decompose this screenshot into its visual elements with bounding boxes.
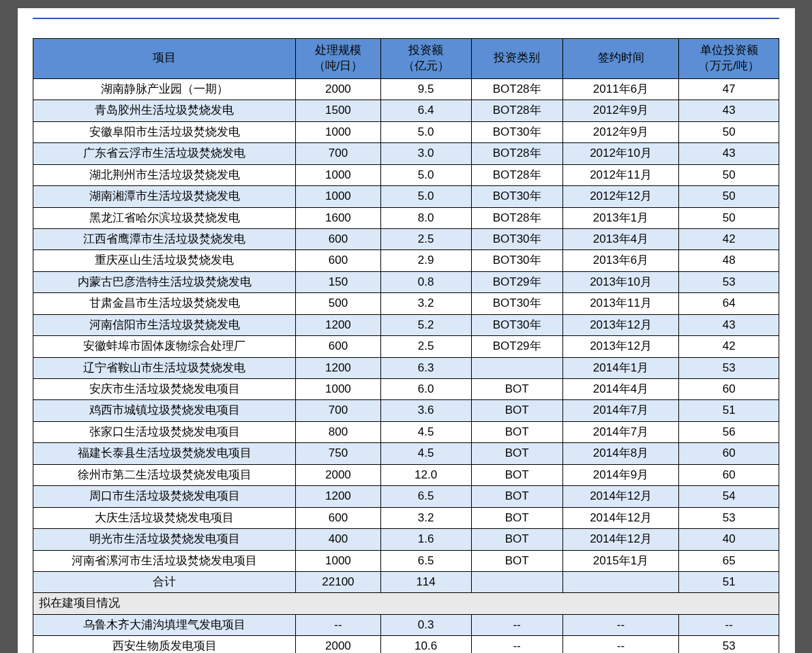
cell: -- (471, 636, 562, 653)
cell: 2.5 (380, 228, 471, 249)
cell: 48 (679, 250, 779, 271)
cell: -- (562, 614, 679, 635)
col-unit-l1: 单位投资额 (700, 44, 758, 57)
cell: BOT30年 (471, 121, 562, 142)
cell: 5.0 (380, 186, 471, 207)
cell: 150 (296, 271, 380, 292)
cell: BOT29年 (471, 271, 562, 292)
cell: 2011年6月 (562, 78, 679, 100)
cell: BOT (471, 464, 562, 485)
table-row: 周口市生活垃圾焚烧发电项目12006.5BOT2014年12月54 (33, 486, 779, 507)
cell: BOT28年 (471, 143, 562, 164)
cell: 4.5 (380, 421, 471, 442)
table-row: 湖北荆州市生活垃圾焚烧发电10005.0BOT28年2012年11月50 (33, 164, 779, 185)
cell: 周口市生活垃圾焚烧发电项目 (33, 486, 296, 507)
cell: 43 (679, 100, 779, 121)
col-investment-l1: 投资额 (408, 44, 443, 57)
cell: BOT28年 (471, 78, 562, 100)
cell: 43 (679, 314, 779, 335)
cell: 鸡西市城镇垃圾焚烧发电项目 (33, 400, 296, 421)
col-unit-l2: （万元/吨） (698, 59, 760, 72)
cell: BOT30年 (471, 293, 562, 314)
cell (471, 357, 562, 378)
cell: BOT (471, 443, 562, 464)
cell: 114 (380, 571, 471, 592)
cell: BOT30年 (471, 228, 562, 249)
cell: 42 (679, 336, 779, 357)
cell: 安徽蚌埠市固体废物综合处理厂 (33, 336, 296, 357)
cell: 600 (296, 336, 380, 357)
cell: BOT30年 (471, 186, 562, 207)
cell: 2012年11月 (562, 164, 679, 185)
cell: 50 (679, 121, 779, 142)
cell: 内蒙古巴彦浩特生活垃圾焚烧发电 (33, 271, 296, 292)
cell: 3.2 (380, 293, 471, 314)
table-row: 湖南静脉产业园（一期）20009.5BOT28年2011年6月47 (33, 78, 779, 100)
cell: 8.0 (380, 207, 471, 228)
cell: 乌鲁木齐大浦沟填埋气发电项目 (33, 614, 296, 635)
cell: 6.0 (380, 379, 471, 400)
cell: 2014年12月 (562, 529, 679, 550)
table-row: 广东省云浮市生活垃圾焚烧发电7003.0BOT28年2012年10月43 (33, 143, 779, 164)
cell: 6.4 (380, 100, 471, 121)
cell: 1000 (296, 121, 380, 142)
cell: 53 (679, 271, 779, 292)
col-date: 签约时间 (562, 39, 679, 79)
cell: 1500 (296, 100, 380, 121)
cell: 1200 (296, 314, 380, 335)
cell: 50 (679, 186, 779, 207)
col-unit: 单位投资额 （万元/吨） (679, 39, 779, 79)
cell: 明光市生活垃圾焚烧发电项目 (33, 529, 296, 550)
cell: 2012年10月 (562, 143, 679, 164)
cell: 2013年12月 (562, 336, 679, 357)
cell: 2013年6月 (562, 250, 679, 271)
table-row: 徐州市第二生活垃圾焚烧发电项目200012.0BOT2014年9月60 (33, 464, 779, 485)
table-row: 青岛胶州生活垃圾焚烧发电15006.4BOT28年2012年9月43 (33, 100, 779, 121)
projects-table: 项目 处理规模 （吨/日） 投资额 （亿元） 投资类别 签约时间 单位投资额 （… (33, 38, 779, 653)
cell: 500 (296, 293, 380, 314)
table-row: 乌鲁木齐大浦沟填埋气发电项目--0.3------ (33, 614, 779, 635)
cell: 700 (296, 143, 380, 164)
cell (471, 571, 562, 592)
cell: 西安生物质发电项目 (33, 636, 296, 653)
cell: 河南信阳市生活垃圾焚烧发电 (33, 314, 296, 335)
cell (562, 571, 679, 592)
cell: 600 (296, 228, 380, 249)
cell: 800 (296, 421, 380, 442)
table-row: 安徽蚌埠市固体废物综合处理厂6002.5BOT29年2013年12月42 (33, 336, 779, 357)
cell: 黑龙江省哈尔滨垃圾焚烧发电 (33, 207, 296, 228)
cell: 600 (296, 507, 380, 528)
table-row: 重庆巫山生活垃圾焚烧发电6002.9BOT30年2013年6月48 (33, 250, 779, 271)
cell: 2013年11月 (562, 293, 679, 314)
cell: 3.6 (380, 400, 471, 421)
cell: 3.0 (380, 143, 471, 164)
document-page: 项目 处理规模 （吨/日） 投资额 （亿元） 投资类别 签约时间 单位投资额 （… (18, 8, 795, 653)
cell: 5.0 (380, 164, 471, 185)
cell: 2012年9月 (562, 121, 679, 142)
cell: 47 (679, 78, 779, 100)
cell: 徐州市第二生活垃圾焚烧发电项目 (33, 464, 296, 485)
cell: 51 (679, 571, 779, 592)
cell: 2013年12月 (562, 314, 679, 335)
cell: 湖南静脉产业园（一期） (33, 78, 296, 100)
cell: 1000 (296, 164, 380, 185)
table-row: 湖南湘潭市生活垃圾焚烧发电10005.0BOT30年2012年12月50 (33, 186, 779, 207)
cell: 大庆生活垃圾焚烧发电项目 (33, 507, 296, 528)
table-row: 福建长泰县生活垃圾焚烧发电项目7504.5BOT2014年8月60 (33, 443, 779, 464)
cell: 43 (679, 143, 779, 164)
col-type: 投资类别 (471, 39, 562, 79)
cell: 2014年1月 (562, 357, 679, 378)
table-header: 项目 处理规模 （吨/日） 投资额 （亿元） 投资类别 签约时间 单位投资额 （… (33, 39, 779, 79)
cell: BOT (471, 486, 562, 507)
section-planned-header: 拟在建项目情况 (33, 593, 779, 614)
cell: 6.5 (380, 550, 471, 571)
cell: 1000 (296, 379, 380, 400)
cell: 53 (679, 507, 779, 528)
cell: 2013年4月 (562, 228, 679, 249)
cell: 重庆巫山生活垃圾焚烧发电 (33, 250, 296, 271)
cell: 4.5 (380, 443, 471, 464)
cell: 60 (679, 464, 779, 485)
cell: 1200 (296, 357, 380, 378)
table-row: 河南省漯河市生活垃圾焚烧发电项目10006.5BOT2015年1月65 (33, 550, 779, 571)
cell: 6.5 (380, 486, 471, 507)
